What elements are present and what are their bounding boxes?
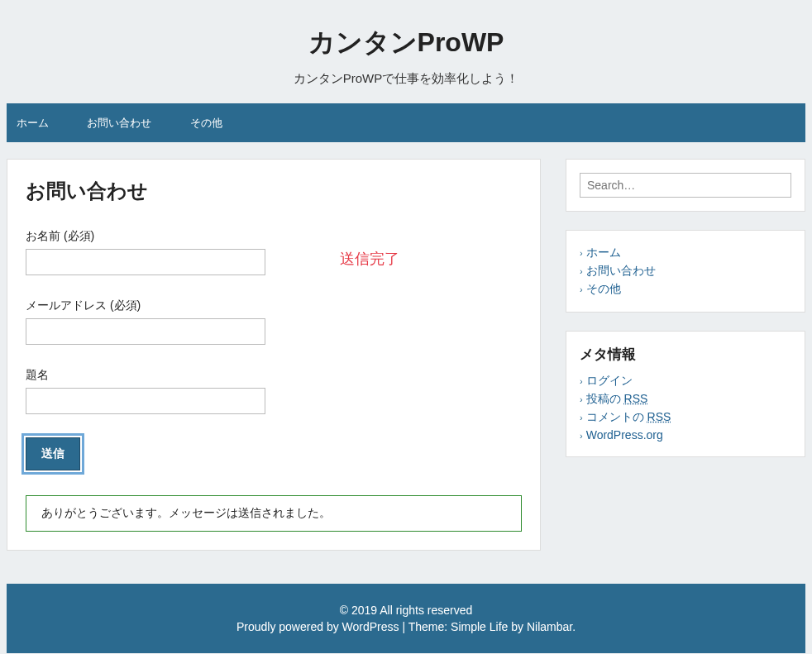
footer-credits: Proudly powered by WordPress | Theme: Si…	[7, 620, 805, 633]
chevron-right-icon: ›	[580, 284, 583, 294]
chevron-right-icon: ›	[580, 266, 583, 276]
submit-button[interactable]: 送信	[26, 437, 80, 470]
chevron-right-icon: ›	[580, 248, 583, 258]
nav-item-contact[interactable]: お問い合わせ	[87, 116, 166, 131]
success-message: ありがとうございます。メッセージは送信されました。	[26, 495, 522, 532]
primary-nav: ホーム お問い合わせ その他	[7, 103, 805, 142]
search-widget	[566, 159, 805, 212]
meta-link-posts-rss[interactable]: 投稿の RSS	[586, 392, 648, 405]
meta-link-wporg[interactable]: WordPress.org	[586, 428, 663, 442]
name-input[interactable]	[26, 249, 265, 275]
meta-link-comments-rss[interactable]: コメントの RSS	[586, 410, 671, 423]
list-item: ›ログイン	[580, 372, 791, 390]
copyright-text: © 2019 All rights reserved	[7, 604, 805, 617]
meta-title: メタ情報	[580, 345, 791, 364]
subject-label: 題名	[26, 368, 522, 383]
site-footer: © 2019 All rights reserved Proudly power…	[7, 584, 805, 653]
list-item: ›お問い合わせ	[580, 262, 791, 280]
list-item: ›その他	[580, 280, 791, 298]
sidebar-link-home[interactable]: ホーム	[586, 246, 621, 259]
nav-item-other[interactable]: その他	[190, 116, 237, 131]
chevron-right-icon: ›	[580, 431, 583, 441]
search-input[interactable]	[580, 173, 791, 198]
sidebar: ›ホーム ›お問い合わせ ›その他 メタ情報 ›ログイン	[566, 159, 805, 475]
list-item: ›ホーム	[580, 244, 791, 262]
site-description: カンタンProWPで仕事を効率化しよう！	[0, 71, 812, 87]
nav-links-widget: ›ホーム ›お問い合わせ ›その他	[566, 230, 805, 313]
email-input[interactable]	[26, 318, 265, 345]
site-header: カンタンProWP カンタンProWPで仕事を効率化しよう！	[0, 0, 812, 103]
list-item: ›WordPress.org	[580, 427, 791, 443]
nav-item-home[interactable]: ホーム	[17, 116, 64, 131]
list-item: ›コメントの RSS	[580, 408, 791, 427]
chevron-right-icon: ›	[580, 413, 583, 422]
complete-text: 送信完了	[340, 249, 399, 269]
theme-author-link[interactable]: Nilambar	[527, 620, 572, 633]
list-item: ›投稿の RSS	[580, 390, 791, 408]
main-content: お問い合わせ お名前 (必須) 送信完了 メールアドレス (必須) 題名 送信 …	[7, 159, 541, 551]
wordpress-link[interactable]: WordPress	[342, 620, 399, 633]
email-label: メールアドレス (必須)	[26, 298, 522, 313]
chevron-right-icon: ›	[580, 394, 583, 404]
meta-widget: メタ情報 ›ログイン ›投稿の RSS ›コメントの RSS ›WordPres…	[566, 331, 805, 457]
page-title: お問い合わせ	[26, 178, 522, 204]
sidebar-link-other[interactable]: その他	[586, 282, 621, 295]
chevron-right-icon: ›	[580, 376, 583, 386]
site-title[interactable]: カンタンProWP	[0, 25, 812, 61]
meta-link-login[interactable]: ログイン	[586, 374, 633, 387]
subject-input[interactable]	[26, 388, 265, 414]
name-label: お名前 (必須)	[26, 229, 522, 244]
sidebar-link-contact[interactable]: お問い合わせ	[586, 264, 656, 277]
